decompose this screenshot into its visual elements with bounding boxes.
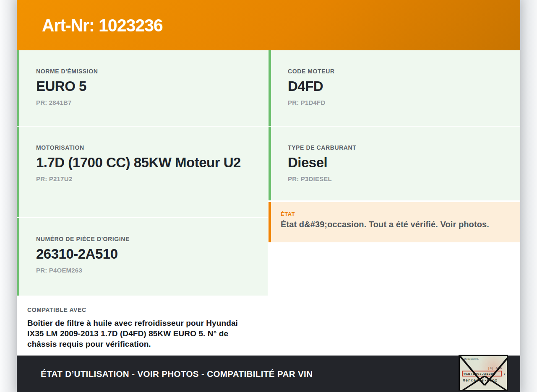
- footer-text: ÉTAT D’UTILISATION - VOIR PHOTOS - COMPA…: [41, 369, 313, 379]
- card-engine-spec: MOTORISATION 1.7D (1700 CC) 85KW Moteur …: [17, 127, 268, 217]
- compatibility-section: COMPATIBLE AVEC Boîtier de filtre à huil…: [17, 296, 268, 356]
- content-area: Art-Nr: 1023236 NORME D'ÉMISSION EURO 5 …: [17, 0, 520, 392]
- page-header: Art-Nr: 1023236: [17, 0, 520, 50]
- card-value: EURO 5: [36, 78, 255, 95]
- card-label: NORME D'ÉMISSION: [36, 68, 255, 75]
- card-engine-code: CODE MOTEUR D4FD PR: P1D4FD: [268, 50, 520, 126]
- card-label: NUMÉRO DE PIÈCE D'ORIGINE: [36, 236, 255, 242]
- card-label: CODE MOTEUR: [288, 68, 508, 75]
- spec-columns: NORME D'ÉMISSION EURO 5 PR: 2841B7 MOTOR…: [17, 50, 520, 356]
- compatibility-text: Boîtier de filtre à huile avec refroidis…: [27, 318, 251, 349]
- card-value: 26310-2A510: [36, 245, 255, 263]
- left-column: NORME D'ÉMISSION EURO 5 PR: 2841B7 MOTOR…: [17, 50, 268, 356]
- condition-label: ÉTAT: [281, 211, 510, 217]
- condition-text: État d&#39;occasion. Tout a été vérifié.…: [281, 220, 510, 229]
- card-value: D4FD: [288, 78, 508, 95]
- right-column: CODE MOTEUR D4FD PR: P1D4FD TYPE DE CARB…: [268, 50, 520, 356]
- card-oem-number: NUMÉRO DE PIÈCE D'ORIGINE 26310-2A510 PR…: [17, 218, 268, 296]
- article-number-title: Art-Nr: 1023236: [42, 15, 163, 36]
- card-value: Diesel: [288, 154, 508, 171]
- card-fuel-type: TYPE DE CARBURANT Diesel PR: P3DIESEL: [268, 127, 520, 200]
- card-value: 1.7D (1700 CC) 85KW Moteur U2: [36, 154, 255, 171]
- card-pr-code: PR: P1D4FD: [288, 99, 508, 106]
- card-pr-code: PR: P3DIESEL: [288, 175, 508, 182]
- compatibility-label: COMPATIBLE AVEC: [27, 306, 251, 313]
- card-label: TYPE DE CARBURANT: [288, 144, 508, 151]
- page: Art-Nr: 1023236 NORME D'ÉMISSION EURO 5 …: [0, 0, 537, 392]
- card-pr-code: PR: P217U2: [36, 175, 255, 182]
- envelope-outline-icon: [460, 356, 508, 391]
- registration-document-envelope-stamp: Fahrgestellnr. |4| A/A W1B71463J31298 7 …: [459, 355, 508, 391]
- condition-card: ÉTAT État d&#39;occasion. Tout a été vér…: [268, 202, 520, 242]
- card-emission-standard: NORME D'ÉMISSION EURO 5 PR: 2841B7: [17, 50, 268, 126]
- footer-banner: ÉTAT D’UTILISATION - VOIR PHOTOS - COMPA…: [17, 356, 520, 392]
- card-label: MOTORISATION: [36, 144, 255, 151]
- card-pr-code: PR: 2841B7: [36, 99, 255, 106]
- card-pr-code: PR: P4OEM263: [36, 267, 255, 274]
